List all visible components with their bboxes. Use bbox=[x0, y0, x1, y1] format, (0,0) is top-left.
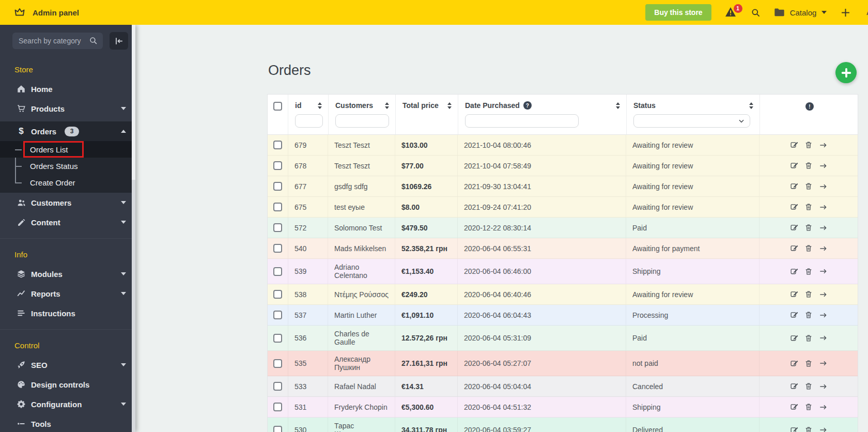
submenu-item-orders-status[interactable]: Orders Status bbox=[0, 158, 135, 174]
date-purchased-help-icon[interactable]: ? bbox=[523, 101, 532, 110]
delete-order-icon[interactable] bbox=[804, 182, 813, 191]
date-purchased-cell: 2020-12-22 08:30:14 bbox=[458, 218, 626, 238]
order-id-cell: 536 bbox=[288, 326, 328, 350]
edit-order-icon[interactable] bbox=[790, 203, 799, 211]
delete-order-icon[interactable] bbox=[804, 403, 813, 411]
delete-order-icon[interactable] bbox=[804, 244, 813, 253]
edit-order-icon[interactable] bbox=[790, 426, 799, 432]
sidebar-item-reports[interactable]: Reports bbox=[0, 284, 135, 303]
catalog-dropdown[interactable]: Catalog bbox=[774, 8, 827, 17]
delete-order-icon[interactable] bbox=[804, 141, 813, 149]
edit-order-icon[interactable] bbox=[790, 382, 799, 391]
chevron-down-icon bbox=[121, 272, 126, 275]
delete-order-icon[interactable] bbox=[804, 426, 813, 432]
status-cell: Awaiting for payment bbox=[626, 238, 760, 258]
open-order-icon[interactable] bbox=[818, 334, 828, 342]
open-order-icon[interactable] bbox=[818, 162, 828, 170]
sidebar-item-configuration[interactable]: Configuration bbox=[0, 394, 135, 414]
sidebar-item-label: Design controls bbox=[31, 380, 89, 389]
sidebar-item-design-controls[interactable]: Design controls bbox=[0, 375, 135, 394]
sidebar-item-customers[interactable]: Customers bbox=[0, 193, 135, 212]
status-cell: Awaiting for review bbox=[626, 156, 760, 176]
sidebar-item-label: Instructions bbox=[31, 309, 75, 318]
sidebar-item-home[interactable]: Home bbox=[0, 79, 135, 99]
edit-order-icon[interactable] bbox=[790, 359, 799, 368]
sort-id-icon[interactable] bbox=[318, 102, 322, 109]
open-order-icon[interactable] bbox=[818, 382, 828, 391]
sidebar-scrollbar[interactable] bbox=[132, 25, 135, 432]
delete-order-icon[interactable] bbox=[804, 290, 813, 299]
edit-order-icon[interactable] bbox=[790, 267, 799, 276]
id-filter-input[interactable] bbox=[295, 114, 323, 128]
row-checkbox[interactable] bbox=[273, 161, 282, 170]
add-icon[interactable] bbox=[840, 7, 851, 18]
edit-order-icon[interactable] bbox=[790, 223, 799, 232]
open-order-icon[interactable] bbox=[818, 182, 828, 191]
row-checkbox[interactable] bbox=[273, 244, 282, 253]
row-checkbox[interactable] bbox=[273, 359, 282, 368]
row-checkbox[interactable] bbox=[273, 311, 282, 319]
sidebar-item-seo[interactable]: SEO bbox=[0, 355, 135, 375]
submenu-item-orders-list[interactable]: Orders List bbox=[0, 141, 135, 158]
delete-order-icon[interactable] bbox=[804, 334, 813, 343]
edit-order-icon[interactable] bbox=[790, 244, 799, 253]
sidebar-item-tools[interactable]: Tools bbox=[0, 414, 135, 432]
row-checkbox[interactable] bbox=[273, 403, 282, 411]
delete-order-icon[interactable] bbox=[804, 359, 813, 368]
sort-total-price-icon[interactable] bbox=[447, 102, 452, 109]
open-order-icon[interactable] bbox=[818, 426, 828, 432]
submenu-item-create-order[interactable]: Create Order bbox=[0, 174, 135, 191]
sidebar-search-icon[interactable] bbox=[89, 36, 98, 45]
open-order-icon[interactable] bbox=[818, 141, 828, 149]
edit-order-icon[interactable] bbox=[790, 182, 799, 191]
sort-status-icon[interactable] bbox=[749, 102, 753, 109]
buy-this-store-button[interactable]: Buy this store bbox=[645, 4, 711, 21]
create-order-fab-button[interactable] bbox=[835, 62, 857, 83]
open-order-icon[interactable] bbox=[818, 359, 828, 367]
select-all-checkbox[interactable] bbox=[273, 102, 282, 111]
row-checkbox[interactable] bbox=[273, 290, 282, 299]
sidebar-item-products[interactable]: Products bbox=[0, 99, 135, 118]
row-checkbox[interactable] bbox=[273, 141, 282, 149]
sidebar-collapse-button[interactable] bbox=[110, 32, 128, 50]
delete-order-icon[interactable] bbox=[804, 223, 813, 232]
open-order-icon[interactable] bbox=[818, 224, 828, 232]
delete-order-icon[interactable] bbox=[804, 382, 813, 391]
row-checkbox[interactable] bbox=[273, 203, 282, 211]
open-order-icon[interactable] bbox=[818, 267, 828, 275]
date-filter-input[interactable] bbox=[465, 114, 579, 128]
edit-order-icon[interactable] bbox=[790, 141, 799, 149]
delete-order-icon[interactable] bbox=[804, 267, 813, 276]
search-icon[interactable] bbox=[751, 8, 761, 18]
sort-customers-icon[interactable] bbox=[385, 102, 389, 109]
sidebar-item-content[interactable]: Content bbox=[0, 212, 135, 232]
sidebar-item-modules[interactable]: Modules bbox=[0, 264, 135, 284]
row-checkbox[interactable] bbox=[273, 223, 282, 232]
row-checkbox[interactable] bbox=[273, 334, 282, 343]
open-order-icon[interactable] bbox=[818, 403, 828, 411]
row-checkbox[interactable] bbox=[273, 382, 282, 391]
sidebar-item-instructions[interactable]: Instructions bbox=[0, 303, 135, 323]
open-order-icon[interactable] bbox=[818, 244, 828, 253]
edit-order-icon[interactable] bbox=[790, 161, 799, 170]
open-order-icon[interactable] bbox=[818, 311, 828, 319]
actions-info-icon[interactable]: ! bbox=[805, 102, 814, 111]
warnings-button[interactable]: 1 bbox=[725, 7, 737, 18]
edit-order-icon[interactable] bbox=[790, 290, 799, 299]
open-order-icon[interactable] bbox=[818, 203, 828, 211]
delete-order-icon[interactable] bbox=[804, 161, 813, 170]
status-filter-select[interactable] bbox=[633, 114, 750, 128]
row-checkbox[interactable] bbox=[273, 182, 282, 191]
open-order-icon[interactable] bbox=[818, 290, 828, 299]
edit-order-icon[interactable] bbox=[790, 311, 799, 319]
customers-filter-input[interactable] bbox=[335, 114, 389, 128]
row-checkbox[interactable] bbox=[273, 267, 282, 276]
delete-order-icon[interactable] bbox=[804, 203, 813, 211]
row-checkbox[interactable] bbox=[273, 426, 282, 432]
edit-order-icon[interactable] bbox=[790, 403, 799, 411]
sidebar-item-orders[interactable]: $Orders3 bbox=[0, 121, 135, 141]
sort-date-icon[interactable] bbox=[616, 102, 620, 109]
edit-order-icon[interactable] bbox=[790, 334, 799, 343]
delete-order-icon[interactable] bbox=[804, 311, 813, 319]
table-row: 531 Fryderyk Chopin €5,300.60 2020-06-04… bbox=[268, 397, 858, 418]
